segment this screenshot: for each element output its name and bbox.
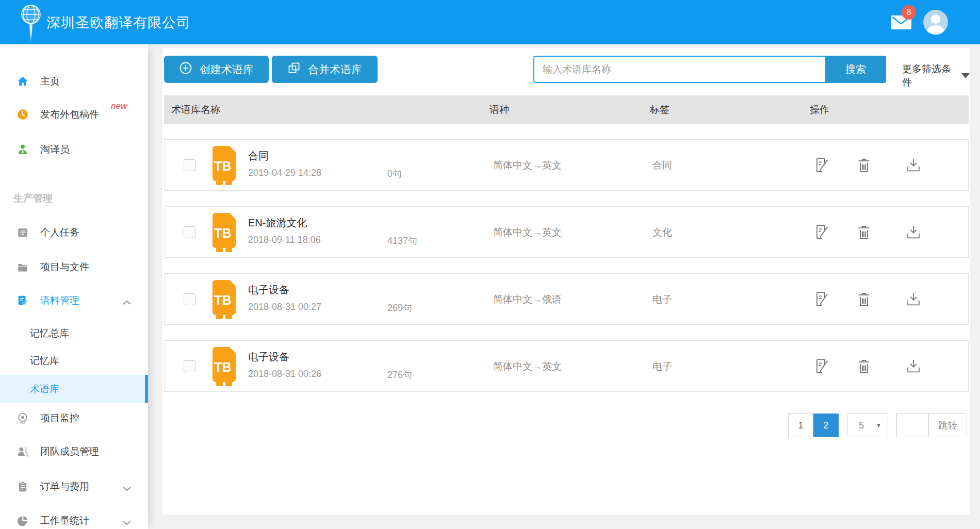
dropdown-arrow-icon <box>961 73 970 78</box>
page-2-button[interactable]: 2 <box>813 414 839 437</box>
delete-icon[interactable] <box>856 358 872 374</box>
home-icon <box>17 76 28 87</box>
top-header: 深圳圣欧翻译有限公司 8 <box>0 0 980 44</box>
download-icon[interactable] <box>905 157 922 173</box>
sidebar-item-personal-tasks[interactable]: 个人任务 <box>0 219 148 246</box>
row-checkbox[interactable] <box>184 293 195 305</box>
team-icon <box>17 446 28 457</box>
page-size-select[interactable]: 5 ▼ <box>847 414 888 437</box>
search-button[interactable]: 搜索 <box>825 56 886 83</box>
termbase-name[interactable]: EN-旅游文化 <box>248 216 307 230</box>
row-checkbox[interactable] <box>184 226 195 238</box>
sidebar-item-projects-files[interactable]: 项目与文件 <box>0 254 148 280</box>
jump-button[interactable]: 跳转 <box>928 414 967 437</box>
termbase-count: 0句 <box>387 168 402 180</box>
main-content: 创建术语库 合并术语库 搜索 更多筛选条件 术语库名称 语种 标签 操作 TB … <box>162 48 970 515</box>
jump-page-input[interactable] <box>896 414 928 437</box>
plus-circle-icon <box>179 61 192 77</box>
pie-chart-icon <box>17 515 28 526</box>
user-avatar[interactable] <box>923 10 948 35</box>
more-filters-dropdown[interactable]: 更多筛选条件 <box>902 62 970 89</box>
merge-termbase-button[interactable]: 合并术语库 <box>272 56 378 83</box>
sidebar-item-project-monitor[interactable]: 项目监控 <box>0 405 148 432</box>
sidebar-section-production: 生产管理 <box>13 192 117 205</box>
select-arrow-icon: ▼ <box>876 422 881 428</box>
edit-icon[interactable] <box>813 224 830 240</box>
clipboard-icon <box>17 481 28 492</box>
termbase-name[interactable]: 电子设备 <box>248 350 289 364</box>
new-badge: new <box>111 101 127 111</box>
delete-icon[interactable] <box>856 157 872 173</box>
edit-icon[interactable] <box>813 157 830 173</box>
edit-icon[interactable] <box>813 291 830 307</box>
delete-icon[interactable] <box>856 291 872 307</box>
sidebar-subitem-memory-master[interactable]: 记忆总库 <box>0 319 148 347</box>
table-row: TB 电子设备 2018-08-31 00:27 269句 简体中文→俄语 电子 <box>164 273 969 325</box>
chevron-down-icon[interactable] <box>122 518 132 527</box>
create-termbase-button[interactable]: 创建术语库 <box>164 56 269 83</box>
edit-icon[interactable] <box>813 358 830 374</box>
task-list-icon <box>17 227 28 238</box>
row-checkbox[interactable] <box>184 360 195 372</box>
sidebar-item-publish[interactable]: 发布外包稿件 new <box>0 101 148 128</box>
termbase-language: 简体中文→英文 <box>493 159 562 172</box>
termbase-date: 2018-09-11 18:06 <box>248 235 321 245</box>
company-logo-icon <box>20 3 42 44</box>
corpus-doc-icon <box>17 295 28 306</box>
download-icon[interactable] <box>905 291 922 307</box>
monitor-icon <box>17 412 28 424</box>
sidebar-subitem-memory-db[interactable]: 记忆库 <box>0 346 148 374</box>
delete-icon[interactable] <box>856 224 872 240</box>
termbase-count: 4137句 <box>387 235 417 247</box>
column-header-tag: 标签 <box>650 103 669 117</box>
chevron-down-icon[interactable] <box>122 484 132 493</box>
sidebar-item-team-management[interactable]: 团队成员管理 <box>0 438 148 465</box>
column-header-language: 语种 <box>489 103 509 117</box>
termbase-language: 简体中文→英文 <box>493 360 562 373</box>
termbase-icon: TB <box>209 145 240 186</box>
termbase-date: 2018-08-31 00:27 <box>248 302 321 312</box>
termbase-date: 2019-04-29 14:28 <box>248 168 321 178</box>
column-header-name: 术语库名称 <box>171 103 220 117</box>
sidebar-subitem-term-db[interactable]: 术语库 <box>0 375 148 403</box>
active-indicator-bar <box>145 375 148 403</box>
sidebar-item-orders-fees[interactable]: 订单与费用 <box>0 473 148 500</box>
search-input[interactable] <box>533 56 825 83</box>
termbase-language: 简体中文→俄语 <box>493 293 562 306</box>
termbase-count: 269句 <box>387 302 412 314</box>
mail-badge[interactable]: 8 <box>902 5 916 20</box>
sidebar-item-corpus-management[interactable]: 语料管理 <box>0 287 148 314</box>
termbase-tag: 合同 <box>652 159 672 172</box>
termbase-tag: 文化 <box>652 226 672 239</box>
translator-icon <box>17 144 28 155</box>
termbase-language: 简体中文→英文 <box>493 226 562 239</box>
page-1-button[interactable]: 1 <box>788 414 813 437</box>
download-icon[interactable] <box>905 358 922 374</box>
table-row: TB 合同 2019-04-29 14:28 0句 简体中文→英文 合同 <box>164 139 969 191</box>
termbase-name[interactable]: 合同 <box>248 149 269 163</box>
termbase-name[interactable]: 电子设备 <box>248 283 289 297</box>
termbase-date: 2018-08-31 00:26 <box>248 369 321 379</box>
termbase-tag: 电子 <box>652 293 672 306</box>
chevron-up-icon[interactable] <box>122 298 132 307</box>
sidebar-item-workload-stats[interactable]: 工作量统计 <box>0 507 148 529</box>
termbase-icon: TB <box>209 279 240 320</box>
termbase-tag: 电子 <box>652 360 672 373</box>
termbase-icon: TB <box>209 346 240 387</box>
sidebar-item-translators[interactable]: 淘译员 <box>0 136 148 163</box>
download-icon[interactable] <box>905 224 922 240</box>
merge-icon <box>287 61 301 77</box>
folder-icon <box>17 261 28 273</box>
sidebar: 主页 发布外包稿件 new 淘译员 生产管理 个人任务 项目与文件 语料管理 <box>0 44 148 529</box>
column-header-actions: 操作 <box>810 103 829 117</box>
termbase-icon: TB <box>209 212 240 253</box>
company-name: 深圳圣欧翻译有限公司 <box>46 13 191 32</box>
table-row: TB 电子设备 2018-08-31 00:26 276句 简体中文→英文 电子 <box>164 340 969 392</box>
sidebar-item-home[interactable]: 主页 <box>0 68 148 95</box>
clock-icon <box>17 109 28 120</box>
table-header: 术语库名称 语种 标签 操作 <box>164 95 969 124</box>
termbase-count: 276句 <box>387 369 412 381</box>
row-checkbox[interactable] <box>184 159 195 171</box>
table-row: TB EN-旅游文化 2018-09-11 18:06 4137句 简体中文→英… <box>164 206 969 258</box>
